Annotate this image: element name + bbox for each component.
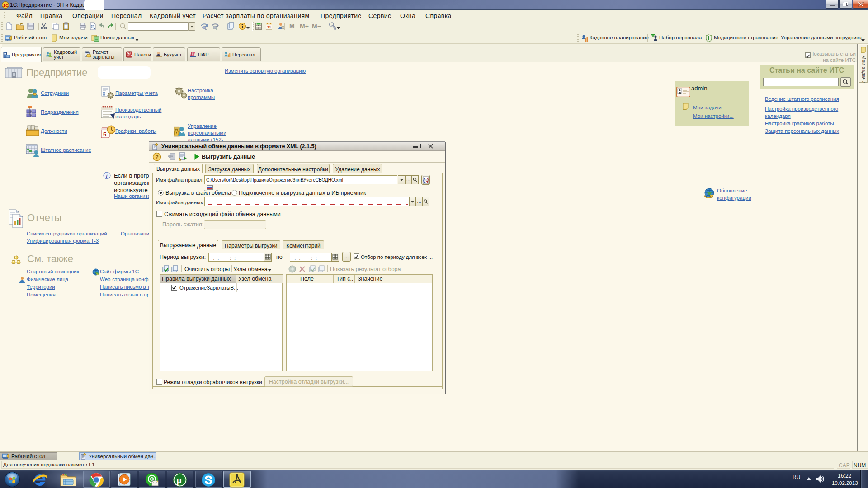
svg-text:31: 31 bbox=[267, 25, 271, 29]
svg-text:?: ? bbox=[156, 154, 159, 160]
svg-text:µ: µ bbox=[176, 475, 182, 485]
svg-text:5: 5 bbox=[103, 131, 106, 138]
svg-text:1С: 1С bbox=[3, 3, 9, 8]
